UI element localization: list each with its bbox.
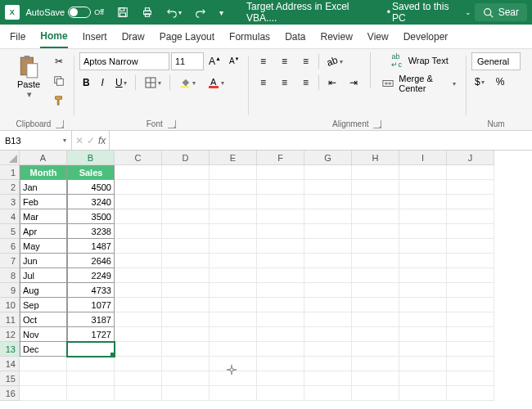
- cell-J9[interactable]: [447, 283, 494, 298]
- cell-H8[interactable]: [352, 268, 399, 283]
- cell-H13[interactable]: [352, 342, 399, 357]
- cell-E8[interactable]: [210, 268, 257, 283]
- cell-G6[interactable]: [304, 239, 352, 254]
- cell-E11[interactable]: [210, 312, 257, 327]
- cell-C11[interactable]: [115, 312, 162, 327]
- row-header-1[interactable]: 1: [0, 165, 20, 180]
- cell-J13[interactable]: [447, 342, 494, 357]
- decrease-font-button[interactable]: A▼: [226, 54, 243, 68]
- column-header-I[interactable]: I: [399, 151, 447, 165]
- row-header-3[interactable]: 3: [0, 195, 20, 209]
- cell-J14[interactable]: [447, 357, 494, 371]
- decrease-indent-button[interactable]: ⇤: [322, 74, 342, 92]
- cell-B13[interactable]: [67, 342, 115, 357]
- align-center-button[interactable]: ≡: [274, 74, 294, 92]
- cancel-icon[interactable]: ✕: [75, 135, 83, 146]
- alignment-launcher-icon[interactable]: [373, 120, 381, 128]
- cell-H15[interactable]: [352, 371, 399, 386]
- tab-page-layout[interactable]: Page Layout: [160, 26, 214, 47]
- cell-A5[interactable]: Apr: [20, 224, 67, 239]
- row-header-9[interactable]: 9: [0, 283, 20, 298]
- cell-H9[interactable]: [352, 283, 399, 298]
- row-header-14[interactable]: 14: [0, 357, 20, 371]
- cell-J8[interactable]: [447, 268, 494, 283]
- column-header-A[interactable]: A: [20, 151, 67, 165]
- bold-button[interactable]: B: [79, 74, 93, 91]
- row-header-8[interactable]: 8: [0, 268, 20, 283]
- cell-C8[interactable]: [115, 268, 162, 283]
- column-header-C[interactable]: C: [115, 151, 162, 165]
- column-header-J[interactable]: J: [447, 151, 494, 165]
- cell-A13[interactable]: Dec: [20, 342, 67, 357]
- row-header-7[interactable]: 7: [0, 254, 20, 268]
- cell-G11[interactable]: [304, 312, 352, 327]
- cell-B10[interactable]: 1077: [67, 298, 115, 312]
- cell-A16[interactable]: [20, 386, 67, 401]
- cell-I4[interactable]: [399, 209, 447, 224]
- cell-F5[interactable]: [257, 224, 304, 239]
- cell-H16[interactable]: [352, 386, 399, 401]
- cell-F10[interactable]: [257, 298, 304, 312]
- cell-H4[interactable]: [352, 209, 399, 224]
- cut-button[interactable]: ✂: [49, 52, 69, 70]
- cell-H1[interactable]: [352, 165, 399, 180]
- cell-A1[interactable]: Month: [20, 165, 67, 180]
- cell-H2[interactable]: [352, 180, 399, 195]
- cell-G3[interactable]: [304, 195, 352, 209]
- cell-C16[interactable]: [115, 386, 162, 401]
- cell-G10[interactable]: [304, 298, 352, 312]
- row-header-11[interactable]: 11: [0, 312, 20, 327]
- underline-button[interactable]: U▾: [112, 74, 130, 91]
- row-header-10[interactable]: 10: [0, 298, 20, 312]
- column-header-E[interactable]: E: [210, 151, 257, 165]
- row-header-2[interactable]: 2: [0, 180, 20, 195]
- fill-color-button[interactable]: ▾: [175, 74, 199, 92]
- cell-E1[interactable]: [210, 165, 257, 180]
- name-box[interactable]: B13 ▾: [0, 131, 72, 150]
- cell-D2[interactable]: [162, 180, 210, 195]
- cell-A14[interactable]: [20, 357, 67, 371]
- align-right-button[interactable]: ≡: [295, 74, 315, 92]
- cell-H14[interactable]: [352, 357, 399, 371]
- cell-A6[interactable]: May: [20, 239, 67, 254]
- cell-A2[interactable]: Jan: [20, 180, 67, 195]
- cell-F12[interactable]: [257, 327, 304, 342]
- column-header-D[interactable]: D: [162, 151, 210, 165]
- cell-D6[interactable]: [162, 239, 210, 254]
- cell-F4[interactable]: [257, 209, 304, 224]
- column-header-H[interactable]: H: [352, 151, 399, 165]
- cell-I8[interactable]: [399, 268, 447, 283]
- cell-A10[interactable]: Sep: [20, 298, 67, 312]
- chevron-down-icon[interactable]: ▾: [63, 137, 66, 144]
- cell-B3[interactable]: 3240: [67, 195, 115, 209]
- formula-bar[interactable]: [110, 131, 532, 150]
- cell-E16[interactable]: [210, 386, 257, 401]
- cell-I13[interactable]: [399, 342, 447, 357]
- cell-C6[interactable]: [115, 239, 162, 254]
- save-status[interactable]: •Saved to this PC⌄: [387, 1, 471, 24]
- cell-F14[interactable]: [257, 357, 304, 371]
- cell-J3[interactable]: [447, 195, 494, 209]
- cell-G4[interactable]: [304, 209, 352, 224]
- cell-J6[interactable]: [447, 239, 494, 254]
- tab-data[interactable]: Data: [285, 26, 305, 47]
- cell-J7[interactable]: [447, 254, 494, 268]
- save-icon[interactable]: [114, 4, 132, 20]
- align-bottom-button[interactable]: ≡: [295, 52, 315, 70]
- cell-F1[interactable]: [257, 165, 304, 180]
- fx-icon[interactable]: fx: [98, 135, 106, 146]
- font-name-select[interactable]: [79, 52, 169, 70]
- format-painter-button[interactable]: [49, 92, 69, 110]
- cell-C7[interactable]: [115, 254, 162, 268]
- cell-I12[interactable]: [399, 327, 447, 342]
- cell-G12[interactable]: [304, 327, 352, 342]
- cell-C4[interactable]: [115, 209, 162, 224]
- cell-I5[interactable]: [399, 224, 447, 239]
- cell-D12[interactable]: [162, 327, 210, 342]
- cell-A7[interactable]: Jun: [20, 254, 67, 268]
- quick-print-icon[interactable]: [138, 4, 156, 20]
- merge-center-button[interactable]: Merge & Center▾: [377, 72, 461, 95]
- cell-E13[interactable]: [210, 342, 257, 357]
- cell-A12[interactable]: Nov: [20, 327, 67, 342]
- cell-H12[interactable]: [352, 327, 399, 342]
